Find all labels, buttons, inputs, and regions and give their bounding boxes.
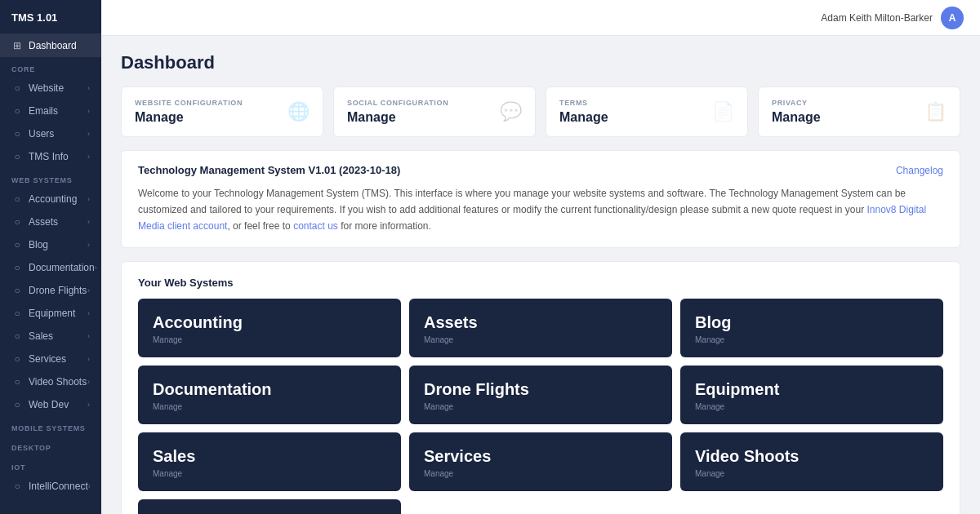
config-card-value: Manage — [772, 110, 821, 125]
chevron-right-icon: › — [87, 401, 90, 409]
system-card-title: Drone Flights — [424, 380, 657, 399]
globe-icon: 🌐 — [287, 101, 310, 122]
sidebar-item-web-dev[interactable]: ○ Web Dev › — [0, 393, 101, 416]
system-card-sub: Manage — [424, 402, 657, 411]
sidebar-item-users[interactable]: ○ Users › — [0, 122, 101, 145]
config-card-website[interactable]: WEBSITE CONFIGURATION Manage 🌐 — [121, 86, 323, 137]
sidebar-item-label: Assets — [29, 216, 58, 228]
chevron-right-icon: › — [87, 355, 90, 363]
config-card-social[interactable]: SOCIAL CONFIGURATION Manage 💬 — [333, 86, 536, 137]
system-card-web-dev[interactable]: Web Dev Manage — [138, 499, 401, 514]
sidebar-item-sales[interactable]: ○ Sales › — [0, 325, 101, 348]
chevron-right-icon: › — [87, 153, 90, 161]
chevron-right-icon: › — [88, 482, 91, 490]
sidebar-item-services[interactable]: ○ Services › — [0, 348, 101, 370]
system-card-sub: Manage — [153, 469, 386, 478]
blog-icon: ○ — [11, 239, 23, 250]
config-card-value: Manage — [135, 110, 243, 125]
sidebar-item-blog[interactable]: ○ Blog › — [0, 233, 101, 256]
iot-section-label: IOT — [0, 455, 101, 475]
system-card-video-shoots[interactable]: Video Shoots Manage — [680, 432, 943, 491]
system-card-sub: Manage — [153, 402, 386, 411]
sidebar-item-label: IntelliConnect — [29, 481, 88, 492]
sidebar-item-label: Accounting — [29, 193, 77, 205]
system-card-accounting[interactable]: Accounting Manage — [138, 299, 401, 357]
dashboard-icon: ⊞ — [11, 40, 23, 51]
system-card-services[interactable]: Services Manage — [409, 432, 672, 491]
sidebar: TMS 1.01 ⊞ Dashboard CORE ○ Website › ○ … — [0, 0, 101, 514]
sidebar-item-dashboard[interactable]: ⊞ Dashboard — [0, 34, 101, 57]
system-card-assets[interactable]: Assets Manage — [409, 299, 672, 357]
system-card-documentation[interactable]: Documentation Manage — [138, 366, 401, 424]
contact-us-link[interactable]: contact us — [293, 220, 338, 232]
config-card-value: Manage — [559, 110, 608, 125]
chevron-right-icon: › — [87, 286, 90, 295]
sidebar-item-accounting[interactable]: ○ Accounting › — [0, 188, 101, 210]
system-card-title: Assets — [424, 313, 657, 332]
system-card-sales[interactable]: Sales Manage — [138, 432, 401, 491]
sidebar-item-label: Equipment — [29, 308, 75, 319]
sidebar-item-website[interactable]: ○ Website › — [0, 77, 101, 100]
system-card-sub: Manage — [424, 469, 657, 478]
chevron-right-icon: › — [87, 107, 90, 115]
sales-icon: ○ — [11, 330, 23, 342]
sidebar-item-emails[interactable]: ○ Emails › — [0, 100, 101, 122]
system-card-sub: Manage — [695, 335, 929, 344]
sidebar-item-label: TMS Info — [29, 151, 69, 162]
chevron-right-icon: › — [87, 130, 90, 138]
services-icon: ○ — [11, 353, 23, 365]
sidebar-item-assets[interactable]: ○ Assets › — [0, 210, 101, 233]
config-cards-row: WEBSITE CONFIGURATION Manage 🌐 SOCIAL CO… — [121, 86, 960, 137]
social-icon: 💬 — [500, 101, 522, 122]
website-icon: ○ — [11, 82, 23, 94]
sidebar-item-label: Drone Flights — [29, 285, 87, 296]
web-systems-section-title: Your Web Systems — [138, 277, 943, 289]
web-dev-icon: ○ — [11, 399, 23, 410]
chevron-right-icon: › — [87, 195, 90, 203]
intelliconnect-icon: ○ — [11, 481, 23, 492]
chevron-right-icon: › — [87, 309, 90, 317]
chevron-right-icon: › — [87, 84, 90, 92]
system-card-sub: Manage — [424, 335, 657, 344]
chevron-right-icon: › — [87, 332, 90, 340]
mobile-section-label: MOBILE SYSTEMS — [0, 416, 101, 436]
config-card-label: WEBSITE CONFIGURATION — [135, 99, 243, 107]
sidebar-item-label: Users — [29, 128, 54, 140]
system-card-title: Video Shoots — [695, 447, 929, 466]
system-card-sub: Manage — [695, 402, 929, 411]
accounting-icon: ○ — [11, 193, 23, 205]
info-box-header: Technology Management System V1.01 (2023… — [138, 164, 943, 176]
sidebar-item-video-shoots[interactable]: ○ Video Shoots › — [0, 370, 101, 393]
system-card-blog[interactable]: Blog Manage — [680, 299, 943, 357]
changelog-link[interactable]: Changelog — [896, 165, 943, 176]
users-icon: ○ — [11, 128, 23, 140]
sidebar-item-label: Dashboard — [29, 40, 77, 51]
sidebar-item-equipment[interactable]: ○ Equipment › — [0, 302, 101, 325]
chevron-right-icon: › — [87, 241, 90, 249]
chevron-right-icon: › — [87, 218, 90, 226]
client-account-link[interactable]: Innov8 Digital Media client account — [138, 204, 926, 232]
web-systems-box: Your Web Systems Accounting Manage Asset… — [121, 261, 960, 514]
config-card-label: PRIVACY — [772, 99, 821, 107]
tms-info-icon: ○ — [11, 151, 23, 162]
system-card-equipment[interactable]: Equipment Manage — [680, 366, 943, 424]
topbar: Adam Keith Milton-Barker A — [101, 0, 980, 36]
sidebar-item-label: Web Dev — [29, 399, 69, 410]
system-card-drone-flights[interactable]: Drone Flights Manage — [409, 366, 672, 424]
config-card-privacy[interactable]: PRIVACY Manage 📋 — [758, 86, 960, 137]
sidebar-item-label: Documentation — [29, 262, 95, 273]
web-section-label: WEB SYSTEMS — [0, 168, 101, 188]
system-card-title: Services — [424, 447, 657, 466]
system-card-sub: Manage — [153, 335, 386, 344]
sidebar-item-drone-flights[interactable]: ○ Drone Flights › — [0, 279, 101, 302]
system-card-title: Accounting — [153, 313, 386, 332]
sidebar-item-documentation[interactable]: ○ Documentation › — [0, 256, 101, 279]
chevron-right-icon: › — [87, 378, 90, 386]
sidebar-item-tms-info[interactable]: ○ TMS Info › — [0, 145, 101, 168]
emails-icon: ○ — [11, 105, 23, 117]
config-card-terms[interactable]: TERMS Manage 📄 — [546, 86, 748, 137]
content-area: Dashboard WEBSITE CONFIGURATION Manage 🌐… — [101, 36, 980, 514]
sidebar-item-label: Video Shoots — [29, 376, 87, 388]
sidebar-item-intelliconnect[interactable]: ○ IntelliConnect › — [0, 475, 101, 498]
documentation-icon: ○ — [11, 262, 23, 273]
